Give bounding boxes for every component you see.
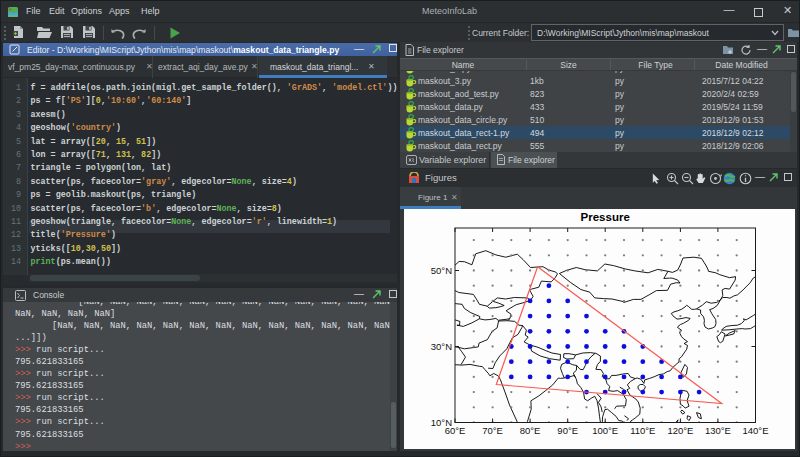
svg-text:50°N: 50°N [431,265,452,276]
svg-text:140°E: 140°E [743,425,769,436]
svg-text:30°N: 30°N [431,341,452,352]
svg-text:80°E: 80°E [520,425,541,436]
svg-text:130°E: 130°E [705,425,731,436]
svg-text:70°E: 70°E [482,425,503,436]
svg-text:Pressure: Pressure [581,211,630,223]
svg-text:90°E: 90°E [557,425,578,436]
svg-text:10°N: 10°N [431,417,452,428]
svg-text:100°E: 100°E [592,425,618,436]
svg-text:110°E: 110°E [630,425,655,436]
svg-text:120°E: 120°E [667,425,693,436]
